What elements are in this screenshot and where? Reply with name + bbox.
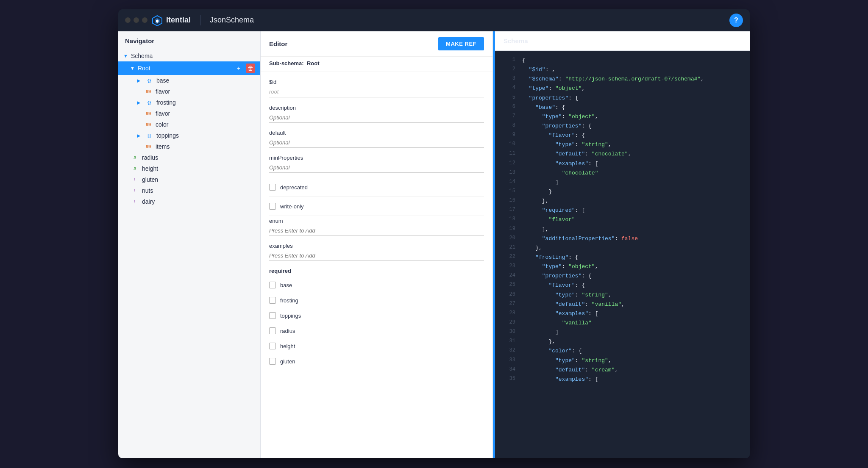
- title-divider: [200, 15, 200, 25]
- sidebar-item-schema[interactable]: ▼ Schema: [118, 50, 260, 61]
- delete-root-button[interactable]: 🗑: [246, 64, 255, 73]
- deprecated-checkbox[interactable]: [269, 184, 276, 191]
- required-base-label: base: [280, 282, 292, 288]
- sidebar-item-flavor-1[interactable]: 99 flavor: [118, 86, 260, 97]
- examples-input[interactable]: [269, 251, 484, 261]
- line-num-6: 6: [502, 103, 515, 110]
- field-examples: examples: [269, 243, 484, 261]
- line-num-12: 12: [502, 160, 515, 166]
- description-input[interactable]: [269, 113, 484, 123]
- deprecated-label: deprecated: [280, 184, 308, 191]
- sidebar-item-toppings[interactable]: ▶ [] toppings: [118, 130, 260, 141]
- sidebar-item-base[interactable]: ▶ {} base: [118, 75, 260, 86]
- line-num-22: 22: [502, 253, 515, 260]
- code-line-11: 11 "default": "chocolate",: [495, 150, 750, 159]
- code-line-23: 23 "type": "object",: [495, 262, 750, 271]
- line-num-7: 7: [502, 113, 515, 119]
- sidebar-item-frosting[interactable]: ▶ {} frosting: [118, 97, 260, 108]
- line-num-24: 24: [502, 272, 515, 278]
- field-required: required base frosting toppings: [269, 268, 484, 369]
- nuts-type-badge: !: [130, 188, 139, 193]
- code-line-16: 16 },: [495, 197, 750, 206]
- sidebar-item-nuts[interactable]: ! nuts: [118, 185, 260, 196]
- line-num-34: 34: [502, 366, 515, 372]
- sub-schema-bar: Sub-schema: Root: [261, 57, 492, 72]
- line-num-9: 9: [502, 131, 515, 138]
- close-button[interactable]: [125, 17, 131, 23]
- editor-panel: Editor MAKE REF Sub-schema: Root $id roo…: [261, 31, 493, 458]
- required-label: required: [269, 268, 484, 274]
- sidebar-item-items[interactable]: 99 items: [118, 141, 260, 152]
- line-content-17: "required": [: [522, 206, 585, 215]
- app-name: itential: [166, 16, 191, 25]
- line-content-28: "examples": [: [522, 310, 598, 318]
- deprecated-field: deprecated: [269, 180, 484, 195]
- app-logo: itential: [152, 15, 191, 26]
- line-num-15: 15: [502, 188, 515, 194]
- line-num-13: 13: [502, 169, 515, 175]
- help-button[interactable]: ?: [729, 14, 743, 27]
- required-radius-checkbox[interactable]: [269, 327, 276, 334]
- default-input[interactable]: [269, 138, 484, 148]
- required-frosting-checkbox[interactable]: [269, 297, 276, 304]
- line-num-1: 1: [502, 56, 515, 63]
- code-line-31: 31 },: [495, 337, 750, 346]
- enum-input[interactable]: [269, 226, 484, 236]
- sub-schema-value: Root: [307, 60, 320, 66]
- sidebar-item-dairy[interactable]: ! dairy: [118, 196, 260, 207]
- line-num-25: 25: [502, 281, 515, 288]
- code-line-33: 33 "type": "string",: [495, 356, 750, 366]
- line-num-33: 33: [502, 357, 515, 363]
- required-item-height: height: [269, 338, 484, 354]
- sidebar-item-gluten[interactable]: ! gluten: [118, 174, 260, 185]
- schema-header: Schema: [495, 31, 750, 51]
- min-properties-input[interactable]: [269, 163, 484, 173]
- code-line-3: 3 "$schema": "http://json-schema.org/dra…: [495, 75, 750, 84]
- root-arrow-icon: ▼: [130, 66, 135, 71]
- line-num-21: 21: [502, 244, 515, 250]
- sidebar-item-color[interactable]: 99 color: [118, 119, 260, 130]
- line-content-14: ]: [522, 178, 559, 187]
- frosting-label: frosting: [156, 99, 255, 106]
- dairy-label: dairy: [142, 198, 255, 205]
- line-num-28: 28: [502, 310, 515, 316]
- schema-panel: Schema 1 { 2 "$id": , 3 "$schema": "http…: [495, 31, 750, 458]
- divider-1: [269, 197, 484, 197]
- line-content-32: "color": {: [522, 347, 581, 355]
- sidebar-item-flavor-2[interactable]: 99 flavor: [118, 108, 260, 119]
- required-gluten-label: gluten: [280, 358, 295, 365]
- sidebar-item-root[interactable]: ▼ Root + 🗑: [118, 61, 260, 75]
- required-gluten-checkbox[interactable]: [269, 358, 276, 365]
- required-toppings-label: toppings: [280, 313, 301, 319]
- sidebar-item-height[interactable]: # height: [118, 163, 260, 174]
- navigator-panel: Navigator ▼ Schema ▼ Root + 🗑: [118, 31, 261, 458]
- code-line-30: 30 ]: [495, 328, 750, 337]
- sidebar-item-radius[interactable]: # radius: [118, 152, 260, 163]
- write-only-field: write-only: [269, 199, 484, 214]
- line-content-31: },: [522, 338, 555, 346]
- flavor1-type-badge: 99: [144, 89, 153, 94]
- write-only-checkbox[interactable]: [269, 203, 276, 210]
- code-line-18: 18 "flavor": [495, 215, 750, 224]
- required-toppings-checkbox[interactable]: [269, 312, 276, 319]
- field-default: default: [269, 130, 484, 148]
- line-content-7: "type": "object",: [522, 113, 598, 121]
- line-content-9: "flavor": {: [522, 131, 585, 140]
- default-label: default: [269, 130, 484, 136]
- line-content-25: "flavor": {: [522, 281, 585, 290]
- maximize-button[interactable]: [142, 17, 147, 23]
- required-base-checkbox[interactable]: [269, 282, 276, 288]
- schema-label: Schema: [131, 53, 255, 59]
- minimize-button[interactable]: [134, 17, 139, 23]
- add-property-button[interactable]: +: [234, 64, 243, 73]
- radius-type-badge: #: [130, 155, 139, 160]
- code-area[interactable]: 1 { 2 "$id": , 3 "$schema": "http://json…: [495, 51, 750, 458]
- code-line-29: 29 "vanilla": [495, 318, 750, 328]
- line-content-30: ]: [522, 328, 559, 337]
- code-line-5: 5 "properties": {: [495, 94, 750, 103]
- make-ref-button[interactable]: MAKE REF: [438, 37, 484, 50]
- code-line-21: 21 },: [495, 244, 750, 253]
- line-content-13: "chocolate": [522, 169, 598, 177]
- dairy-type-badge: !: [130, 199, 139, 204]
- required-height-checkbox[interactable]: [269, 343, 276, 349]
